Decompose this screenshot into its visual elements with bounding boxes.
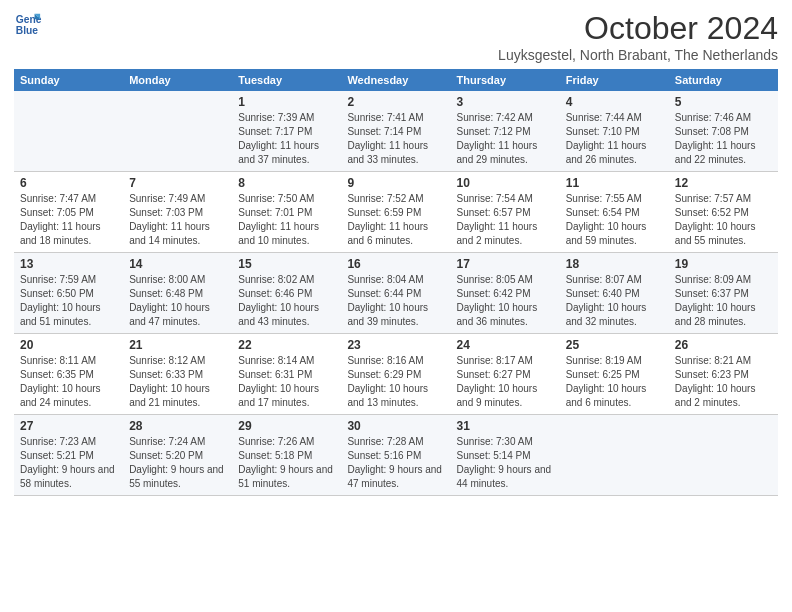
- day-number: 7: [129, 176, 226, 190]
- day-number: 18: [566, 257, 663, 271]
- day-number: 20: [20, 338, 117, 352]
- day-info: Sunrise: 8:11 AM Sunset: 6:35 PM Dayligh…: [20, 354, 117, 410]
- subtitle: Luyksgestel, North Brabant, The Netherla…: [498, 47, 778, 63]
- day-number: 21: [129, 338, 226, 352]
- day-info: Sunrise: 8:02 AM Sunset: 6:46 PM Dayligh…: [238, 273, 335, 329]
- day-info: Sunrise: 8:16 AM Sunset: 6:29 PM Dayligh…: [347, 354, 444, 410]
- day-info: Sunrise: 8:05 AM Sunset: 6:42 PM Dayligh…: [457, 273, 554, 329]
- day-number: 14: [129, 257, 226, 271]
- calendar-cell: 10Sunrise: 7:54 AM Sunset: 6:57 PM Dayli…: [451, 172, 560, 253]
- day-number: 22: [238, 338, 335, 352]
- day-info: Sunrise: 8:19 AM Sunset: 6:25 PM Dayligh…: [566, 354, 663, 410]
- day-info: Sunrise: 8:14 AM Sunset: 6:31 PM Dayligh…: [238, 354, 335, 410]
- day-number: 25: [566, 338, 663, 352]
- day-info: Sunrise: 7:55 AM Sunset: 6:54 PM Dayligh…: [566, 192, 663, 248]
- day-number: 28: [129, 419, 226, 433]
- day-number: 9: [347, 176, 444, 190]
- day-number: 15: [238, 257, 335, 271]
- calendar-cell: [669, 415, 778, 496]
- calendar-cell: 21Sunrise: 8:12 AM Sunset: 6:33 PM Dayli…: [123, 334, 232, 415]
- day-info: Sunrise: 7:49 AM Sunset: 7:03 PM Dayligh…: [129, 192, 226, 248]
- page-header: General Blue October 2024 Luyksgestel, N…: [14, 10, 778, 63]
- calendar-cell: 14Sunrise: 8:00 AM Sunset: 6:48 PM Dayli…: [123, 253, 232, 334]
- day-number: 11: [566, 176, 663, 190]
- main-title: October 2024: [498, 10, 778, 47]
- calendar-cell: 18Sunrise: 8:07 AM Sunset: 6:40 PM Dayli…: [560, 253, 669, 334]
- weekday-header: Sunday: [14, 69, 123, 91]
- calendar-week-row: 1Sunrise: 7:39 AM Sunset: 7:17 PM Daylig…: [14, 91, 778, 172]
- day-info: Sunrise: 7:50 AM Sunset: 7:01 PM Dayligh…: [238, 192, 335, 248]
- day-info: Sunrise: 8:07 AM Sunset: 6:40 PM Dayligh…: [566, 273, 663, 329]
- day-number: 17: [457, 257, 554, 271]
- calendar-cell: 24Sunrise: 8:17 AM Sunset: 6:27 PM Dayli…: [451, 334, 560, 415]
- day-info: Sunrise: 8:00 AM Sunset: 6:48 PM Dayligh…: [129, 273, 226, 329]
- calendar-cell: 3Sunrise: 7:42 AM Sunset: 7:12 PM Daylig…: [451, 91, 560, 172]
- calendar-cell: 9Sunrise: 7:52 AM Sunset: 6:59 PM Daylig…: [341, 172, 450, 253]
- day-number: 10: [457, 176, 554, 190]
- day-number: 26: [675, 338, 772, 352]
- calendar-week-row: 13Sunrise: 7:59 AM Sunset: 6:50 PM Dayli…: [14, 253, 778, 334]
- calendar-cell: [560, 415, 669, 496]
- weekday-header: Saturday: [669, 69, 778, 91]
- calendar-cell: [123, 91, 232, 172]
- day-info: Sunrise: 7:57 AM Sunset: 6:52 PM Dayligh…: [675, 192, 772, 248]
- weekday-header: Tuesday: [232, 69, 341, 91]
- logo: General Blue: [14, 10, 42, 38]
- day-number: 3: [457, 95, 554, 109]
- day-number: 13: [20, 257, 117, 271]
- day-info: Sunrise: 7:54 AM Sunset: 6:57 PM Dayligh…: [457, 192, 554, 248]
- calendar-cell: 26Sunrise: 8:21 AM Sunset: 6:23 PM Dayli…: [669, 334, 778, 415]
- calendar-cell: 19Sunrise: 8:09 AM Sunset: 6:37 PM Dayli…: [669, 253, 778, 334]
- weekday-header: Friday: [560, 69, 669, 91]
- calendar-cell: 29Sunrise: 7:26 AM Sunset: 5:18 PM Dayli…: [232, 415, 341, 496]
- day-info: Sunrise: 7:44 AM Sunset: 7:10 PM Dayligh…: [566, 111, 663, 167]
- logo-icon: General Blue: [14, 10, 42, 38]
- day-info: Sunrise: 7:24 AM Sunset: 5:20 PM Dayligh…: [129, 435, 226, 491]
- calendar-cell: 20Sunrise: 8:11 AM Sunset: 6:35 PM Dayli…: [14, 334, 123, 415]
- calendar-cell: 28Sunrise: 7:24 AM Sunset: 5:20 PM Dayli…: [123, 415, 232, 496]
- weekday-header: Monday: [123, 69, 232, 91]
- day-info: Sunrise: 8:21 AM Sunset: 6:23 PM Dayligh…: [675, 354, 772, 410]
- calendar-cell: 5Sunrise: 7:46 AM Sunset: 7:08 PM Daylig…: [669, 91, 778, 172]
- day-info: Sunrise: 7:46 AM Sunset: 7:08 PM Dayligh…: [675, 111, 772, 167]
- day-info: Sunrise: 7:26 AM Sunset: 5:18 PM Dayligh…: [238, 435, 335, 491]
- calendar-cell: 27Sunrise: 7:23 AM Sunset: 5:21 PM Dayli…: [14, 415, 123, 496]
- title-block: October 2024 Luyksgestel, North Brabant,…: [498, 10, 778, 63]
- calendar-cell: 11Sunrise: 7:55 AM Sunset: 6:54 PM Dayli…: [560, 172, 669, 253]
- calendar-cell: 13Sunrise: 7:59 AM Sunset: 6:50 PM Dayli…: [14, 253, 123, 334]
- day-number: 16: [347, 257, 444, 271]
- calendar-cell: 8Sunrise: 7:50 AM Sunset: 7:01 PM Daylig…: [232, 172, 341, 253]
- svg-text:Blue: Blue: [16, 25, 39, 36]
- day-number: 30: [347, 419, 444, 433]
- day-info: Sunrise: 8:04 AM Sunset: 6:44 PM Dayligh…: [347, 273, 444, 329]
- day-info: Sunrise: 8:17 AM Sunset: 6:27 PM Dayligh…: [457, 354, 554, 410]
- day-info: Sunrise: 8:09 AM Sunset: 6:37 PM Dayligh…: [675, 273, 772, 329]
- day-info: Sunrise: 7:52 AM Sunset: 6:59 PM Dayligh…: [347, 192, 444, 248]
- day-info: Sunrise: 7:47 AM Sunset: 7:05 PM Dayligh…: [20, 192, 117, 248]
- day-number: 8: [238, 176, 335, 190]
- calendar-cell: 2Sunrise: 7:41 AM Sunset: 7:14 PM Daylig…: [341, 91, 450, 172]
- day-number: 31: [457, 419, 554, 433]
- calendar-cell: 16Sunrise: 8:04 AM Sunset: 6:44 PM Dayli…: [341, 253, 450, 334]
- day-number: 23: [347, 338, 444, 352]
- calendar-cell: 17Sunrise: 8:05 AM Sunset: 6:42 PM Dayli…: [451, 253, 560, 334]
- calendar-cell: 31Sunrise: 7:30 AM Sunset: 5:14 PM Dayli…: [451, 415, 560, 496]
- calendar-week-row: 6Sunrise: 7:47 AM Sunset: 7:05 PM Daylig…: [14, 172, 778, 253]
- day-number: 12: [675, 176, 772, 190]
- calendar-cell: 25Sunrise: 8:19 AM Sunset: 6:25 PM Dayli…: [560, 334, 669, 415]
- calendar-cell: [14, 91, 123, 172]
- day-info: Sunrise: 7:59 AM Sunset: 6:50 PM Dayligh…: [20, 273, 117, 329]
- day-number: 5: [675, 95, 772, 109]
- day-number: 19: [675, 257, 772, 271]
- weekday-header: Wednesday: [341, 69, 450, 91]
- calendar-cell: 23Sunrise: 8:16 AM Sunset: 6:29 PM Dayli…: [341, 334, 450, 415]
- day-number: 6: [20, 176, 117, 190]
- day-info: Sunrise: 7:42 AM Sunset: 7:12 PM Dayligh…: [457, 111, 554, 167]
- calendar-cell: 12Sunrise: 7:57 AM Sunset: 6:52 PM Dayli…: [669, 172, 778, 253]
- calendar-cell: 4Sunrise: 7:44 AM Sunset: 7:10 PM Daylig…: [560, 91, 669, 172]
- day-info: Sunrise: 7:28 AM Sunset: 5:16 PM Dayligh…: [347, 435, 444, 491]
- day-number: 24: [457, 338, 554, 352]
- calendar-cell: 1Sunrise: 7:39 AM Sunset: 7:17 PM Daylig…: [232, 91, 341, 172]
- calendar-cell: 6Sunrise: 7:47 AM Sunset: 7:05 PM Daylig…: [14, 172, 123, 253]
- day-info: Sunrise: 7:39 AM Sunset: 7:17 PM Dayligh…: [238, 111, 335, 167]
